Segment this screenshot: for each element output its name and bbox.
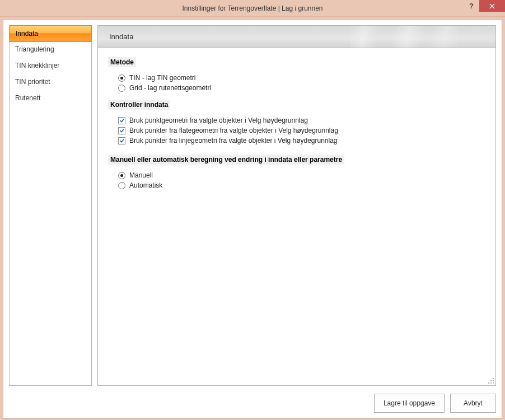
check-icon [119, 138, 125, 143]
resize-grip-icon[interactable] [488, 377, 494, 384]
titlebar-controls: ? [464, 0, 505, 16]
sidebar-item-label: Rutenett [15, 94, 40, 102]
panels: Inndata Triangulering TIN knekklinjer TI… [9, 25, 496, 386]
sidebar-item-label: TIN knekklinjer [15, 62, 59, 69]
checkbox-flategeometri[interactable]: Bruk punkter fra flategeometri fra valgt… [118, 127, 485, 134]
checkbox-icon [118, 117, 125, 124]
dialog-body: Inndata Triangulering TIN knekklinjer TI… [3, 19, 502, 419]
options-beregning: Manuell Automatisk [108, 165, 485, 194]
footer-buttons: Lagre til oppgave Avbryt [374, 394, 496, 413]
check-icon [119, 128, 125, 133]
help-button[interactable]: ? [464, 0, 479, 12]
cancel-button[interactable]: Avbryt [450, 394, 496, 413]
sidebar-item-rutenett[interactable]: Rutenett [10, 90, 91, 106]
close-button[interactable] [479, 0, 505, 12]
check-icon [119, 118, 125, 123]
close-icon [489, 3, 495, 9]
option-label: TIN - lag TIN geometri [129, 74, 195, 82]
option-label: Bruk punkter fra flategeometri fra valgt… [129, 127, 338, 134]
sidebar: Inndata Triangulering TIN knekklinjer TI… [9, 25, 92, 386]
titlebar: Innstillinger for Terrengoverflate | Lag… [0, 0, 505, 17]
checkbox-linjegeometri[interactable]: Bruk punkter fra linjegeometri fra valgt… [118, 137, 485, 144]
sidebar-item-label: Inndata [16, 30, 38, 38]
checkbox-icon [118, 137, 125, 144]
section-title-beregning: Manuell eller automatisk beregning ved e… [108, 155, 344, 165]
content-panel: Inndata Metode TIN - lag TIN geometri Gr… [97, 25, 496, 386]
option-label: Grid - lag rutenettsgeometri [129, 84, 211, 92]
titlebar-title: Innstillinger for Terrengoverflate | Lag… [182, 4, 322, 12]
radio-icon [118, 85, 125, 92]
checkbox-punktgeometri[interactable]: Bruk punktgeometri fra valgte objekter i… [118, 116, 485, 124]
svg-point-7 [493, 382, 494, 384]
section-title-metode: Metode [108, 57, 136, 67]
option-label: Bruk punkter fra linjegeometri fra valgt… [129, 137, 338, 144]
content-header-title: Inndata [109, 32, 133, 41]
option-label: Manuell [129, 171, 153, 179]
section-title-kontroller: Kontroller inndata [108, 100, 170, 110]
options-kontroller: Bruk punktgeometri fra valgte objekter i… [108, 110, 485, 149]
option-label: Automatisk [129, 181, 162, 189]
cancel-button-label: Avbryt [464, 399, 483, 407]
sidebar-item-inndata[interactable]: Inndata [9, 25, 92, 42]
radio-icon [118, 172, 125, 179]
sidebar-item-tin-knekklinjer[interactable]: TIN knekklinjer [10, 58, 91, 74]
svg-point-2 [493, 378, 494, 379]
svg-point-4 [493, 380, 494, 381]
save-button[interactable]: Lagre til oppgave [374, 394, 445, 413]
checkbox-icon [118, 127, 125, 134]
save-button-label: Lagre til oppgave [384, 399, 435, 407]
sidebar-item-label: TIN prioritet [15, 78, 50, 86]
radio-automatisk[interactable]: Automatisk [118, 181, 485, 189]
radio-icon [118, 74, 125, 82]
svg-point-5 [488, 382, 489, 384]
radio-tin[interactable]: TIN - lag TIN geometri [118, 74, 485, 82]
options-metode: TIN - lag TIN geometri Grid - lag rutene… [108, 67, 485, 96]
sidebar-item-tin-prioritet[interactable]: TIN prioritet [10, 74, 91, 90]
radio-grid[interactable]: Grid - lag rutenettsgeometri [118, 84, 485, 92]
sidebar-item-triangulering[interactable]: Triangulering [10, 41, 91, 58]
sidebar-item-label: Triangulering [15, 45, 54, 53]
svg-point-3 [490, 380, 492, 381]
svg-point-6 [490, 382, 492, 384]
radio-manuell[interactable]: Manuell [118, 171, 485, 179]
option-label: Bruk punktgeometri fra valgte objekter i… [129, 116, 308, 124]
content-body: Metode TIN - lag TIN geometri Grid - lag… [98, 48, 495, 199]
content-header: Inndata [98, 26, 495, 48]
radio-icon [118, 182, 125, 189]
